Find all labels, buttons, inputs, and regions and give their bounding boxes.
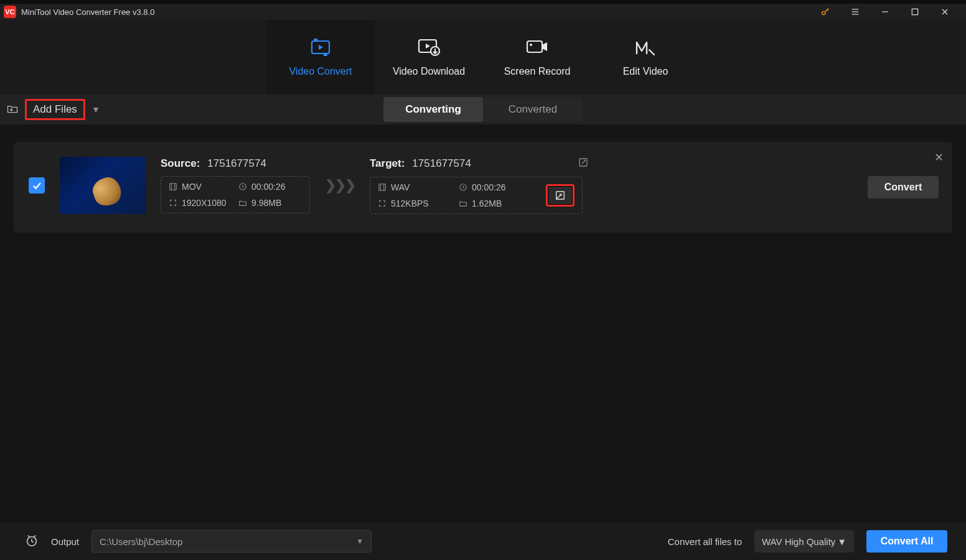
subtab-converting[interactable]: Converting (383, 97, 483, 122)
svg-point-0 (822, 11, 825, 14)
subtabs: Converting Converted (383, 97, 583, 122)
target-filename: 1751677574 (412, 157, 471, 170)
title-bar: VC MiniTool Video Converter Free v3.8.0 (0, 0, 966, 20)
top-nav: Video Convert Video Download Screen Reco… (0, 20, 966, 95)
source-format: MOV (169, 182, 232, 192)
tab-video-convert-label: Video Convert (289, 66, 352, 77)
screen-record-icon (525, 37, 550, 57)
preset-select[interactable]: WAV High Quality ▼ (754, 530, 854, 553)
convert-all-to-label: Convert all files to (668, 536, 742, 547)
convert-button[interactable]: Convert (868, 176, 939, 198)
svg-point-14 (530, 44, 532, 46)
tab-screen-record[interactable]: Screen Record (483, 20, 591, 95)
svg-marker-11 (426, 44, 430, 49)
target-size: 1.62MB (459, 198, 533, 208)
item-checkbox[interactable] (29, 177, 45, 194)
svg-rect-5 (912, 9, 917, 14)
window-maximize-icon[interactable] (900, 2, 930, 22)
rename-icon[interactable] (578, 157, 588, 170)
tab-screen-record-label: Screen Record (504, 66, 571, 77)
chevron-down-icon: ▼ (837, 536, 846, 547)
conversion-item: Source: 1751677574 MOV 00:00:26 1920X108… (14, 142, 952, 233)
remove-item-icon[interactable]: ✕ (934, 151, 944, 164)
toolbar: Add Files ▼ Converting Converted (0, 95, 966, 124)
target-format: WAV (378, 182, 453, 192)
add-files-icon (6, 103, 19, 117)
arrows-icon: ❯❯❯ (325, 177, 355, 194)
target-bitrate: 512KBPS (378, 198, 453, 208)
target-block: Target: 1751677574 WAV 00:00:26 (370, 157, 588, 214)
preset-value: WAV High Quality (762, 536, 835, 547)
target-label: Target: (370, 157, 405, 170)
video-convert-icon (308, 37, 333, 57)
svg-marker-9 (319, 45, 323, 50)
output-path-value: C:\Users\bj\Desktop (100, 536, 182, 547)
tab-video-download-label: Video Download (393, 66, 465, 77)
window-close-icon[interactable] (930, 2, 960, 22)
add-files-dropdown-icon[interactable]: ▼ (91, 105, 100, 114)
video-download-icon (416, 37, 441, 57)
source-block: Source: 1751677574 MOV 00:00:26 1920X108… (161, 157, 310, 213)
convert-all-button[interactable]: Convert All (866, 530, 947, 553)
schedule-icon[interactable] (25, 534, 39, 549)
chevron-down-icon: ▼ (356, 537, 363, 546)
video-thumbnail[interactable] (60, 157, 146, 214)
app-title: MiniTool Video Converter Free v3.8.0 (21, 7, 154, 17)
output-path-select[interactable]: C:\Users\bj\Desktop ▼ (91, 530, 372, 553)
target-spec-box: WAV 00:00:26 512KBPS 1.62MB (370, 177, 583, 214)
svg-rect-22 (379, 184, 386, 190)
output-label: Output (51, 536, 79, 547)
app-logo: VC (4, 6, 16, 18)
source-label: Source: (161, 157, 200, 170)
tab-edit-video-label: Edit Video (623, 66, 668, 77)
source-resolution: 1920X1080 (169, 198, 232, 208)
svg-rect-13 (527, 41, 542, 52)
hamburger-menu-icon[interactable] (840, 2, 870, 22)
target-duration: 00:00:26 (459, 182, 533, 192)
window-minimize-icon[interactable] (870, 2, 900, 22)
add-files-label: Add Files (25, 99, 85, 120)
tab-video-download[interactable]: Video Download (375, 20, 483, 95)
source-size: 9.98MB (238, 198, 302, 208)
edit-video-icon (633, 37, 658, 57)
target-settings-button[interactable] (546, 184, 574, 207)
footer: Output C:\Users\bj\Desktop ▼ Convert all… (0, 523, 966, 560)
source-duration: 00:00:26 (238, 182, 302, 192)
svg-rect-17 (170, 184, 177, 190)
subtab-converted[interactable]: Converted (483, 97, 583, 122)
add-files-button[interactable]: Add Files ▼ (6, 99, 100, 120)
tab-video-convert[interactable]: Video Convert (266, 20, 375, 95)
upgrade-key-icon[interactable] (810, 2, 840, 22)
main-area: Source: 1751677574 MOV 00:00:26 1920X108… (0, 124, 966, 523)
tab-edit-video[interactable]: Edit Video (591, 20, 700, 95)
source-spec-box: MOV 00:00:26 1920X1080 9.98MB (161, 176, 310, 213)
source-filename: 1751677574 (207, 157, 266, 170)
